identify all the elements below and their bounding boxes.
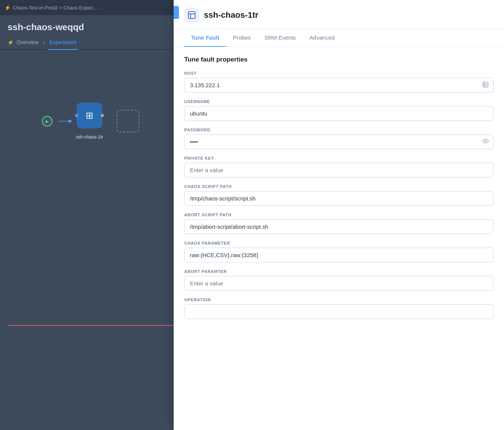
field-group-private-key: PRIVATE KEY [184,156,493,177]
field-group-username: USERNAME [184,99,493,121]
next-node-placeholder [117,110,139,133]
field-group-chaos-parameter: CHAOS PARAMETER [184,241,493,262]
nav-overview[interactable]: Overview [15,35,40,49]
canvas-area: ⊞ ssh-chaos-1tr [0,50,174,162]
input-wrapper-password [184,134,493,149]
input-host[interactable] [184,78,493,92]
field-group-abort-parameter: ABORT PARAMTER [184,269,493,291]
tab-probes[interactable]: Probes [226,29,258,47]
table-icon [482,81,489,89]
close-button[interactable]: × [174,6,179,19]
label-abort-script: ABORT SCRIPT PATH [184,213,493,217]
tab-advanced[interactable]: Advanced [303,29,342,47]
start-node [42,116,52,126]
connector [59,121,70,122]
input-username[interactable] [184,106,493,121]
node-dot-left [75,114,78,117]
label-abort-parameter: ABORT PARAMTER [184,269,493,274]
modal-title: ssh-chaos-1tr [204,10,258,20]
node-dot-right [101,114,104,117]
modal-content: Tune fault properties HOST USERNAME [174,47,504,430]
arrow-line [8,325,174,326]
field-group-host: HOST [184,71,493,92]
connector-dot [68,120,71,123]
chaos-icon: ⚡ [5,5,11,11]
label-chaos-script: CHAOS SCRIPT PATH [184,184,493,189]
svg-rect-3 [483,82,488,87]
page-title: ssh-chaos-weqqd [0,15,174,35]
fault-node-icon: ⊞ [86,110,93,121]
fault-node[interactable]: ⊞ [77,103,102,128]
svg-rect-0 [188,12,195,18]
input-private-key[interactable] [184,163,493,177]
label-private-key: PRIVATE KEY [184,156,493,160]
nav-experiment[interactable]: Experiment [48,35,78,50]
nav-icon: ⚡ [8,40,14,45]
tab-srm-events[interactable]: SRM Events [257,29,302,47]
input-wrapper-host [184,78,493,92]
modal-header-icon [184,8,199,23]
field-group-password: PASSWORD [184,128,493,149]
topbar: ⚡ Chaos-Test-in-Prod2 > Chaos Experi... [0,0,174,15]
eye-icon[interactable] [482,138,489,146]
modal-panel: × ssh-chaos-1tr Tune Fault Probes SRM Ev… [174,0,504,430]
label-chaos-parameter: CHAOS PARAMETER [184,241,493,245]
label-host: HOST [184,71,493,76]
label-username: USERNAME [184,99,493,104]
field-group-abort-script: ABORT SCRIPT PATH [184,213,493,234]
input-abort-parameter[interactable] [184,276,493,291]
label-operation: OPERATION [184,297,493,302]
nav-bar: ⚡ Overview › Experiment [0,35,174,50]
field-group-chaos-script: CHAOS SCRIPT PATH [184,184,493,206]
input-password[interactable] [184,134,493,149]
input-abort-script-path[interactable] [184,219,493,234]
input-chaos-parameter[interactable] [184,248,493,262]
input-chaos-script-path[interactable] [184,191,493,206]
field-group-operation: OPERATION [184,297,493,319]
red-arrow [0,323,174,328]
modal-header: ssh-chaos-1tr [174,0,504,29]
background-app: ⚡ Chaos-Test-in-Prod2 > Chaos Experi... … [0,0,174,430]
fault-node-label: ssh-chaos-1tr [76,134,103,140]
breadcrumb: Chaos-Test-in-Prod2 > Chaos Experi... [13,5,97,11]
modal-tabs: Tune Fault Probes SRM Events Advanced [174,29,504,47]
input-operation[interactable] [184,304,493,319]
label-password: PASSWORD [184,128,493,132]
tab-tune-fault[interactable]: Tune Fault [184,29,226,47]
node-area: ⊞ ssh-chaos-1tr [42,103,140,140]
section-title: Tune fault properties [184,56,493,63]
